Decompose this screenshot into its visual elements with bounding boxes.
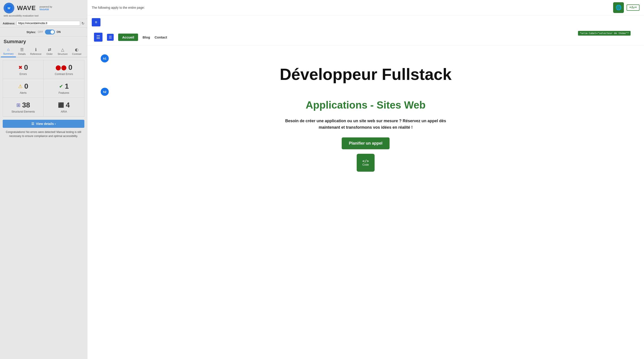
summary-tab-label: Summary xyxy=(3,52,14,55)
lang-badge: *fr* xyxy=(626,4,640,11)
svg-text:W: W xyxy=(8,6,10,10)
tab-structure[interactable]: △ Structure xyxy=(55,46,70,57)
refresh-button[interactable]: ↻ xyxy=(82,21,84,26)
h1-badge: h1 xyxy=(101,54,109,62)
contrast-error-icon: ⬤⬤ xyxy=(56,65,67,70)
app-subtitle: web accessibility evaluation tool xyxy=(4,14,84,17)
feature-icon: ✔ xyxy=(59,84,63,89)
address-bar: Address: ↻ xyxy=(0,19,87,28)
stats-grid: ✖ 0 Errors ⬤⬤ 0 Contrast Errors ⚠ 0 Aler… xyxy=(3,60,84,116)
alerts-count: 0 xyxy=(24,82,28,90)
site-navbar: ☰ ☰ Accueil Blog Contact *aria-label="se… xyxy=(87,29,644,46)
css3-icon: ≡ xyxy=(95,20,97,24)
details-tab-icon: ☰ xyxy=(20,47,24,52)
tab-summary[interactable]: ⌂ Summary xyxy=(1,46,16,57)
hero-subtitle: Applications - Sites Web xyxy=(101,99,630,111)
top-lang-text: The following apply to the entire page: xyxy=(92,6,145,10)
webaim-link[interactable]: WebAIM xyxy=(40,8,49,11)
view-details-icon: ☰ xyxy=(31,122,34,126)
powered-by: powered by WebAIM xyxy=(40,5,52,11)
error-icon: ✖ xyxy=(18,65,22,70)
structural-count: 38 xyxy=(22,101,30,109)
aria-label: ARIA xyxy=(61,110,67,113)
summary-title: Summary xyxy=(0,36,87,46)
contrast-errors-label: Contrast Errors xyxy=(55,72,73,76)
features-stat: ✔ 1 Features xyxy=(44,79,84,98)
hero-description: Besoin de créer une application ou un si… xyxy=(276,118,455,131)
styles-row: Styles: OFF ON xyxy=(0,28,87,36)
cta-button[interactable]: Planifier un appel xyxy=(342,138,390,149)
alerts-label: Alerts xyxy=(20,91,27,94)
top-lang-row: The following apply to the entire page: … xyxy=(87,0,644,16)
wave-logo-icon: W xyxy=(4,3,14,14)
structure-tab-icon: △ xyxy=(61,47,64,52)
accueil-button[interactable]: Accueil xyxy=(118,34,138,41)
aria-icon: ⬛ xyxy=(58,102,64,108)
code-badge: </> Code xyxy=(357,154,374,172)
contrast-tab-label: Contrast xyxy=(72,52,82,55)
styles-label: Styles: xyxy=(26,30,36,34)
reference-tab-label: Reference xyxy=(30,52,42,55)
code-label: Code xyxy=(362,163,369,166)
css3-row: ≡ xyxy=(87,16,644,29)
hamburger-icon: ☰ xyxy=(94,33,102,42)
address-input[interactable] xyxy=(16,21,80,26)
sidebar: W WAVE powered by WebAIM web accessibili… xyxy=(0,0,87,359)
tab-order[interactable]: ⇄ Order xyxy=(44,46,55,57)
errors-stat: ✖ 0 Errors xyxy=(3,60,44,79)
view-details-label: View details › xyxy=(36,122,56,126)
errors-label: Errors xyxy=(20,72,27,76)
h2-badge: h2 xyxy=(101,88,109,96)
alert-icon: ⚠ xyxy=(18,84,22,89)
view-details-button[interactable]: ☰ View details › xyxy=(3,120,84,128)
congrats-text: Congratulations! No errors were detected… xyxy=(0,130,87,142)
contact-link[interactable]: Contact xyxy=(154,35,167,39)
styles-on-label: ON xyxy=(56,30,61,34)
order-tab-icon: ⇄ xyxy=(48,47,51,52)
styles-toggle[interactable] xyxy=(45,30,55,34)
sidebar-header: W WAVE powered by WebAIM web accessibili… xyxy=(0,0,87,19)
structural-stat: ⊞ 38 Structural Elements xyxy=(3,98,44,116)
contrast-errors-stat: ⬤⬤ 0 Contrast Errors xyxy=(44,60,84,79)
summary-tab-icon: ⌂ xyxy=(7,47,10,52)
tab-reference[interactable]: ℹ Reference xyxy=(28,46,44,57)
address-label: Address: xyxy=(3,22,15,25)
hero-section: h1 Développeur Fullstack h2 Applications… xyxy=(87,46,644,180)
css3-badge: ≡ xyxy=(92,18,100,26)
nav-tabs: ⌂ Summary ☰ Details ℹ Reference ⇄ Order … xyxy=(0,46,87,57)
code-icon: </> xyxy=(362,159,369,163)
details-tab-label: Details xyxy=(18,52,26,55)
order-tab-label: Order xyxy=(46,52,52,55)
errors-count: 0 xyxy=(24,63,28,72)
features-label: Features xyxy=(59,91,69,94)
aria-label-badge: *aria-label="selecteur de thème"* xyxy=(578,31,630,36)
structural-label: Structural Elements xyxy=(12,110,35,113)
styles-off-label: OFF xyxy=(38,30,43,34)
structure-tab-label: Structure xyxy=(58,52,68,55)
main-content: The following apply to the entire page: … xyxy=(87,0,644,359)
features-count: 1 xyxy=(65,82,69,90)
hero-title: Développeur Fullstack xyxy=(101,66,630,83)
structure-icon: ⊞ xyxy=(16,102,20,108)
blog-link[interactable]: Blog xyxy=(142,35,150,39)
tab-details[interactable]: ☰ Details xyxy=(16,46,28,57)
alerts-stat: ⚠ 0 Alerts xyxy=(3,79,44,98)
app-title: WAVE xyxy=(17,4,36,12)
tab-contrast[interactable]: ◐ Contrast xyxy=(70,46,84,57)
list-icon: ☰ xyxy=(107,34,114,41)
reference-tab-icon: ℹ xyxy=(35,47,37,52)
aria-count: 4 xyxy=(66,101,70,109)
contrast-tab-icon: ◐ xyxy=(75,47,78,52)
contrast-errors-count: 0 xyxy=(68,63,72,72)
globe-icon: 🌐 xyxy=(613,2,624,13)
aria-stat: ⬛ 4 ARIA xyxy=(44,98,84,116)
